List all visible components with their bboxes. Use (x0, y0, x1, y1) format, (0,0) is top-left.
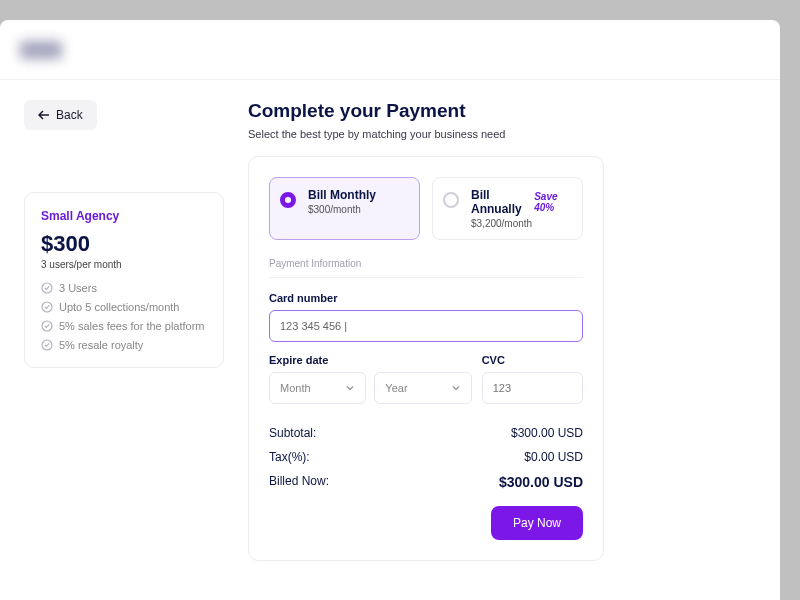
billed-label: Billed Now: (269, 474, 329, 490)
back-button[interactable]: Back (24, 100, 97, 130)
feature-item: 3 Users (41, 282, 207, 294)
tax-value: $0.00 USD (524, 450, 583, 464)
expire-year-select[interactable]: Year (374, 372, 471, 404)
main-column: Complete your Payment Select the best ty… (248, 100, 604, 561)
feature-text: Upto 5 collections/month (59, 301, 179, 313)
feature-text: 5% sales fees for the platform (59, 320, 205, 332)
billing-annually-sub: $3,200/month (471, 218, 572, 229)
check-circle-icon (41, 320, 53, 332)
card-number-label: Card number (269, 292, 583, 304)
arrow-left-icon (38, 110, 50, 120)
page-title: Complete your Payment (248, 100, 604, 122)
feature-item: 5% sales fees for the platform (41, 320, 207, 332)
payment-window: Back Small Agency $300 3 users/per month… (0, 20, 780, 600)
billing-annually[interactable]: Bill Annually Save 40% $3,200/month (432, 177, 583, 240)
expire-month-select[interactable]: Month (269, 372, 366, 404)
plan-card: Small Agency $300 3 users/per month 3 Us… (24, 192, 224, 368)
expire-label: Expire date (269, 354, 472, 366)
plan-unit: 3 users/per month (41, 259, 207, 270)
expire-cvc-row: Expire date Month Year (269, 354, 583, 404)
plan-price: $300 (41, 231, 207, 257)
billing-monthly-sub: $300/month (308, 204, 409, 215)
expire-year-text: Year (385, 382, 407, 394)
tax-label: Tax(%): (269, 450, 310, 464)
billed-row: Billed Now: $300.00 USD (269, 474, 583, 490)
expire-month-text: Month (280, 382, 311, 394)
billing-monthly-title: Bill Monthly (308, 188, 409, 202)
billed-value: $300.00 USD (499, 474, 583, 490)
check-circle-icon (41, 282, 53, 294)
check-circle-icon (41, 339, 53, 351)
topbar (0, 20, 780, 80)
feature-text: 3 Users (59, 282, 97, 294)
tax-row: Tax(%): $0.00 USD (269, 450, 583, 464)
billing-options: Bill Monthly $300/month Bill Annually Sa… (269, 177, 583, 240)
content: Back Small Agency $300 3 users/per month… (0, 80, 780, 581)
save-badge: Save 40% (534, 191, 572, 213)
feature-text: 5% resale royalty (59, 339, 143, 351)
cvc-input[interactable] (482, 372, 583, 404)
left-column: Back Small Agency $300 3 users/per month… (24, 100, 224, 368)
pay-now-button[interactable]: Pay Now (491, 506, 583, 540)
chevron-down-icon (451, 383, 461, 393)
subtotal-value: $300.00 USD (511, 426, 583, 440)
page-subtitle: Select the best type by matching your bu… (248, 128, 604, 140)
feature-item: Upto 5 collections/month (41, 301, 207, 313)
chevron-down-icon (345, 383, 355, 393)
billing-annually-title-text: Bill Annually (471, 188, 530, 216)
totals: Subtotal: $300.00 USD Tax(%): $0.00 USD … (269, 426, 583, 490)
subtotal-row: Subtotal: $300.00 USD (269, 426, 583, 440)
check-circle-icon (41, 301, 53, 313)
payment-card: Bill Monthly $300/month Bill Annually Sa… (248, 156, 604, 561)
cvc-column: CVC (482, 354, 583, 404)
plan-features: 3 Users Upto 5 collections/month 5% sale… (41, 282, 207, 351)
cvc-label: CVC (482, 354, 583, 366)
radio-icon (443, 192, 459, 208)
billing-monthly[interactable]: Bill Monthly $300/month (269, 177, 420, 240)
card-number-input[interactable] (269, 310, 583, 342)
expire-column: Expire date Month Year (269, 354, 472, 404)
heading-block: Complete your Payment Select the best ty… (248, 100, 604, 140)
billing-annually-title: Bill Annually Save 40% (471, 188, 572, 216)
radio-icon (280, 192, 296, 208)
logo (20, 41, 62, 59)
back-label: Back (56, 108, 83, 122)
feature-item: 5% resale royalty (41, 339, 207, 351)
payment-info-label: Payment Information (269, 258, 583, 278)
subtotal-label: Subtotal: (269, 426, 316, 440)
plan-name: Small Agency (41, 209, 207, 223)
